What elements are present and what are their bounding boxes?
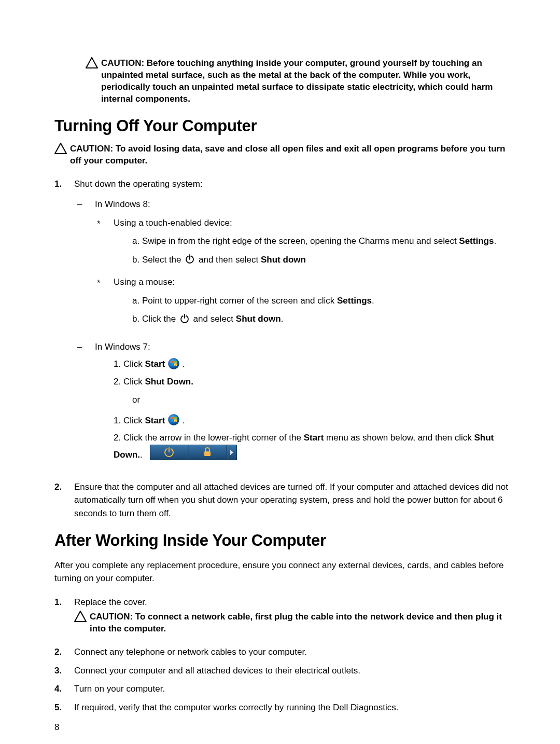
win7-label: In Windows 7:	[95, 342, 150, 352]
step-number: 3.	[54, 664, 74, 678]
bold-shutdown: Shut down	[236, 314, 281, 324]
text-end: .	[281, 314, 284, 324]
step-text: Connect your computer and all attached d…	[74, 666, 360, 676]
heading-after-working: After Working Inside Your Computer	[54, 531, 508, 550]
caution-icon	[86, 57, 98, 68]
marker-1: 1.	[114, 416, 121, 425]
caution-icon	[74, 611, 87, 622]
text: Swipe in from the right edge of the scre…	[142, 236, 459, 246]
text-mid: and select	[193, 314, 236, 324]
tail: .	[140, 450, 143, 460]
bold-shut: Shut	[474, 433, 494, 443]
bold-start: Start	[304, 433, 324, 443]
marker-2: 2.	[114, 377, 121, 387]
text-end: .	[372, 296, 374, 306]
marker-a: a.	[132, 236, 139, 246]
win8-methods: Using a touch-enabled device: a. Swipe i…	[95, 216, 508, 331]
win8-mouse-b: b. Click the and select Shut down.	[132, 312, 508, 326]
text: Point to upper-right corner of the scree…	[142, 296, 337, 306]
os-list: In Windows 8: Using a touch-enabled devi…	[74, 198, 508, 470]
svg-rect-14	[204, 451, 211, 456]
bold-shutdown: Shut Down.	[145, 377, 193, 387]
step-number: 1.	[54, 596, 74, 640]
after-steps: 1. Replace the cover. CAUTION: To connec…	[54, 596, 508, 714]
bold-down: Down.	[114, 450, 140, 460]
marker-b: b.	[132, 255, 139, 265]
win7-a2: 2. Click Shut Down.	[114, 375, 508, 389]
text-pre: Click the	[142, 314, 178, 324]
page-number: 8	[54, 722, 59, 733]
bold-start: Start	[145, 416, 165, 425]
win7-b-steps: 1. Click Start	[114, 414, 508, 466]
text-mid: menu as shown below, and then click	[324, 433, 474, 443]
win8-mouse-label: Using a mouse:	[114, 277, 175, 287]
step-text: Replace the cover.	[74, 597, 147, 607]
win8-touch: Using a touch-enabled device: a. Swipe i…	[95, 216, 508, 272]
after-step-2: 2. Connect any telephone or network cabl…	[54, 645, 508, 659]
marker-1: 1.	[114, 359, 121, 369]
power-icon	[185, 254, 195, 264]
win7-a1: 1. Click Start	[114, 357, 508, 371]
win7-b1: 1. Click Start	[114, 414, 508, 428]
step-number: 5.	[54, 701, 74, 714]
step-text: Turn on your computer.	[74, 684, 165, 694]
win8-touch-label: Using a touch-enabled device:	[114, 218, 232, 228]
heading-turning-off: Turning Off Your Computer	[54, 117, 508, 135]
text-pre: Click	[123, 359, 145, 369]
step-number: 2.	[54, 480, 74, 520]
text-pre: Click	[123, 416, 145, 425]
step-1-text: Shut down the operating system:	[74, 179, 203, 189]
marker-b: b.	[132, 314, 139, 324]
marker-2: 2.	[114, 433, 121, 443]
text-pre: Select the	[142, 255, 184, 265]
bold-settings: Settings	[459, 236, 494, 246]
step-2-text: Ensure that the computer and all attache…	[74, 482, 508, 518]
win8-label: In Windows 8:	[95, 199, 150, 209]
step-text: Connect any telephone or network cables …	[74, 647, 307, 657]
caution-network-cable: CAUTION: To connect a network cable, fir…	[74, 611, 508, 635]
caution-text: CAUTION: Before touching anything inside…	[101, 57, 508, 105]
win8-mouse: Using a mouse: a. Point to upper-right c…	[95, 275, 508, 331]
turn-off-steps: 1. Shut down the operating system: In Wi…	[54, 177, 508, 520]
step-number: 2.	[54, 645, 74, 659]
win8-mouse-a: a. Point to upper-right corner of the sc…	[132, 294, 508, 308]
step-1: 1. Shut down the operating system: In Wi…	[54, 177, 508, 475]
text-end: .	[183, 416, 185, 425]
caution-text: CAUTION: To connect a network cable, fir…	[90, 611, 508, 635]
marker-a: a.	[132, 296, 139, 306]
start-orb-icon	[168, 414, 179, 425]
win7-a-steps: 1. Click Start	[114, 357, 508, 388]
step-number: 1.	[54, 177, 74, 475]
text-mid: and then select	[199, 255, 261, 265]
after-step-4: 4. Turn on your computer.	[54, 682, 508, 696]
caution-text: CAUTION: To avoid losing data, save and …	[70, 143, 508, 167]
after-step-5: 5. If required, verify that the computer…	[54, 701, 508, 714]
os-windows-7: In Windows 7: 1. Click Start	[74, 340, 508, 470]
text-pre: Click	[123, 377, 145, 387]
caution-icon	[54, 143, 67, 154]
text-pre: Click the arrow in the lower-right corne…	[123, 433, 304, 443]
text-end: .	[183, 359, 185, 369]
win8-mouse-steps: a. Point to upper-right corner of the sc…	[132, 294, 508, 326]
win8-touch-b: b. Select the and then select Shut down	[132, 253, 508, 267]
or-text: or	[132, 393, 508, 407]
after-intro-text: After you complete any replacement proce…	[54, 559, 508, 585]
after-step-3: 3. Connect your computer and all attache…	[54, 664, 508, 678]
caution-save-data: CAUTION: To avoid losing data, save and …	[54, 143, 508, 167]
svg-rect-6	[150, 445, 237, 460]
bold-shutdown: Shut down	[261, 255, 306, 265]
bold-settings: Settings	[337, 296, 372, 306]
shutdown-toolbar-image	[150, 445, 237, 466]
win8-touch-a: a. Swipe in from the right edge of the s…	[132, 235, 508, 248]
text-end: .	[494, 236, 496, 246]
start-orb-icon	[168, 358, 179, 369]
step-text: If required, verify that the computer wo…	[74, 702, 399, 712]
power-icon	[179, 313, 190, 324]
caution-ground-yourself: CAUTION: Before touching anything inside…	[86, 57, 508, 105]
bold-start: Start	[145, 359, 165, 369]
after-step-1: 1. Replace the cover. CAUTION: To connec…	[54, 596, 508, 640]
win7-b2: 2. Click the arrow in the lower-right co…	[114, 431, 508, 466]
step-number: 4.	[54, 682, 74, 696]
step-2: 2. Ensure that the computer and all atta…	[54, 480, 508, 520]
os-windows-8: In Windows 8: Using a touch-enabled devi…	[74, 198, 508, 335]
